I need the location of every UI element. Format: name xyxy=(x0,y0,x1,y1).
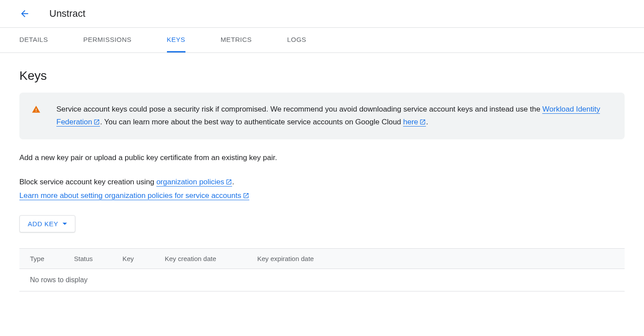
warning-text-part1: Service account keys could pose a securi… xyxy=(56,105,542,113)
external-link-icon xyxy=(243,192,249,199)
keys-table: Type Status Key Key creation date Key ex… xyxy=(19,248,625,291)
header-bar: Unstract xyxy=(0,0,644,28)
column-type: Type xyxy=(30,255,74,262)
column-status: Status xyxy=(74,255,122,262)
learn-more-here-link[interactable]: here xyxy=(403,118,426,127)
warning-box: Service account keys could pose a securi… xyxy=(19,93,625,139)
section-heading: Keys xyxy=(19,69,625,83)
add-key-label: ADD KEY xyxy=(28,220,58,228)
tab-details[interactable]: DETAILS xyxy=(19,28,48,52)
block-policy-section: Block service account key creation using… xyxy=(19,175,625,203)
warning-text-part2: . You can learn more about the best way … xyxy=(100,118,403,126)
table-header-row: Type Status Key Key creation date Key ex… xyxy=(19,249,625,269)
tab-permissions[interactable]: PERMISSIONS xyxy=(83,28,132,52)
column-expiration-date: Key expiration date xyxy=(257,255,614,262)
add-key-button[interactable]: ADD KEY xyxy=(19,215,75,232)
organization-policies-link[interactable]: organization policies xyxy=(156,178,232,187)
back-arrow-icon[interactable] xyxy=(19,8,30,19)
description-text: Add a new key pair or upload a public ke… xyxy=(19,152,625,164)
tab-bar: DETAILS PERMISSIONS KEYS METRICS LOGS xyxy=(0,28,644,53)
external-link-icon xyxy=(93,119,100,125)
page-title: Unstract xyxy=(49,8,85,19)
block-policy-suffix: . xyxy=(232,178,234,186)
external-link-icon xyxy=(419,119,426,125)
tab-logs[interactable]: LOGS xyxy=(287,28,307,52)
empty-state-message: No rows to display xyxy=(19,269,625,291)
column-key: Key xyxy=(122,255,165,262)
tab-keys[interactable]: KEYS xyxy=(167,28,185,52)
warning-text: Service account keys could pose a securi… xyxy=(56,103,612,129)
main-content: Keys Service account keys could pose a s… xyxy=(0,53,644,307)
tab-metrics[interactable]: METRICS xyxy=(221,28,252,52)
learn-more-org-policies-link[interactable]: Learn more about setting organization po… xyxy=(19,191,249,200)
warning-text-part3: . xyxy=(426,118,428,126)
warning-triangle-icon xyxy=(32,105,41,129)
column-creation-date: Key creation date xyxy=(165,255,257,262)
external-link-icon xyxy=(226,179,232,185)
chevron-down-icon xyxy=(63,223,67,225)
block-policy-prefix: Block service account key creation using xyxy=(19,178,156,186)
